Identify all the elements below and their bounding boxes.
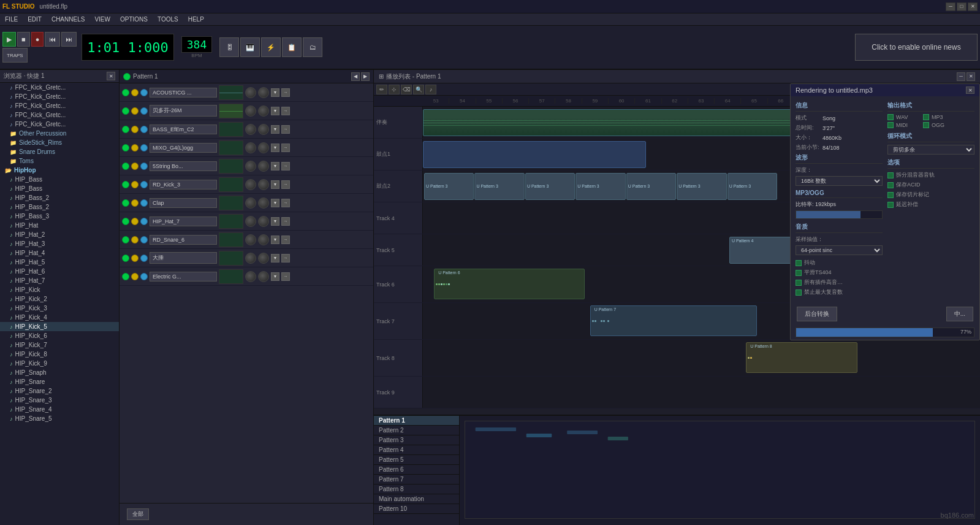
playlist-btn[interactable]: 📋 bbox=[282, 37, 302, 57]
close-button[interactable]: ✕ bbox=[968, 2, 978, 11]
p-gudian2-5[interactable]: U Pattern 3 bbox=[626, 173, 676, 200]
sidebar-item-hip-bass2[interactable]: ♪ HIP_Bass bbox=[0, 184, 119, 193]
ch-send-btn-1[interactable]: → bbox=[281, 88, 290, 97]
pattern-name-10[interactable]: Pattern 10 bbox=[374, 504, 459, 514]
ch-enable-5[interactable] bbox=[122, 163, 129, 170]
pl-pencil-tool[interactable]: ✏ bbox=[376, 85, 387, 94]
pattern-name-main[interactable]: Main automation bbox=[374, 494, 459, 504]
sidebar-item-sidestick[interactable]: 📁 SideStick_Rims bbox=[0, 138, 119, 147]
ch-all-button[interactable]: 全部 bbox=[127, 508, 149, 520]
ch-mute-5[interactable] bbox=[131, 163, 139, 170]
menu-view[interactable]: VIEW bbox=[92, 16, 113, 23]
ch-solo-8[interactable] bbox=[140, 218, 148, 225]
menu-tools[interactable]: TOOLS bbox=[155, 16, 181, 23]
ch-name-10[interactable]: 大捶 bbox=[150, 252, 217, 264]
render-close-btn[interactable]: ✕ bbox=[966, 86, 974, 94]
sidebar-item-hip-kick5[interactable]: ♪ HIP_Kick_5 bbox=[0, 322, 119, 331]
ch-vol-6[interactable] bbox=[245, 179, 256, 190]
ch-enable-7[interactable] bbox=[122, 199, 129, 207]
minimize-button[interactable]: ─ bbox=[946, 2, 955, 11]
ch-name-1[interactable]: ACOUSTICG ... bbox=[150, 88, 217, 98]
p-gudian2-4[interactable]: U Pattern 3 bbox=[575, 173, 625, 200]
ch-pan-7[interactable] bbox=[258, 197, 269, 209]
ch-enable-2[interactable] bbox=[122, 107, 129, 115]
ch-pattern-btn-9[interactable]: ▼ bbox=[271, 236, 279, 244]
ch-mute-3[interactable] bbox=[131, 126, 139, 133]
ch-pattern-btn-11[interactable]: ▼ bbox=[271, 272, 279, 281]
ch-solo-3[interactable] bbox=[140, 126, 148, 133]
ch-send-btn-8[interactable]: → bbox=[281, 217, 290, 226]
ch-header-btn[interactable] bbox=[123, 73, 131, 80]
ch-solo-4[interactable] bbox=[140, 144, 148, 151]
sidebar-item-fpc3[interactable]: ♪ FPC_Kick_Gretc... bbox=[0, 101, 119, 110]
sidebar-item-hip-hat7[interactable]: ♪ HIP_Hat_7 bbox=[0, 276, 119, 285]
ch-solo-5[interactable] bbox=[140, 163, 148, 170]
ch-vol-9[interactable] bbox=[245, 234, 256, 245]
render-cb-1[interactable] bbox=[796, 260, 802, 266]
render-cb-wav[interactable] bbox=[887, 114, 894, 120]
ch-enable-10[interactable] bbox=[122, 255, 129, 262]
render-cb-4[interactable] bbox=[796, 289, 802, 296]
ch-send-btn-6[interactable]: → bbox=[281, 180, 290, 189]
ch-enable-3[interactable] bbox=[122, 126, 129, 133]
ch-vol-11[interactable] bbox=[245, 271, 256, 282]
ch-mute-8[interactable] bbox=[131, 218, 139, 225]
ch-enable-9[interactable] bbox=[122, 236, 129, 243]
sidebar-item-hip-snaph[interactable]: ♪ HIP_Snaph bbox=[0, 368, 119, 377]
sidebar-item-snare[interactable]: 📁 Snare Drums bbox=[0, 147, 119, 156]
ch-name-7[interactable]: Clap bbox=[150, 198, 217, 208]
online-news-button[interactable]: Click to enable online news bbox=[855, 34, 978, 61]
ch-send-btn-2[interactable]: → bbox=[281, 107, 290, 115]
sidebar-item-other-percussion[interactable]: 📁 Other Percussion bbox=[0, 129, 119, 138]
pattern-gudian1[interactable] bbox=[423, 141, 646, 168]
ch-send-btn-5[interactable]: → bbox=[281, 162, 290, 171]
ch-mute-6[interactable] bbox=[131, 181, 139, 188]
ch-pan-8[interactable] bbox=[258, 216, 269, 227]
sidebar-item-hip-bass1[interactable]: ♪ HIP_Bass bbox=[0, 175, 119, 184]
ch-vol-10[interactable] bbox=[245, 253, 256, 264]
ch-solo-10[interactable] bbox=[140, 255, 148, 262]
mixer-button[interactable]: 🎛 bbox=[219, 37, 239, 57]
sidebar-close[interactable]: ✕ bbox=[107, 72, 115, 80]
sidebar-item-fpc4[interactable]: ♪ FPC_Kick_Gretc... bbox=[0, 110, 119, 120]
ch-send-btn-11[interactable]: → bbox=[281, 272, 290, 281]
ch-pan-9[interactable] bbox=[258, 234, 269, 245]
ch-pan-5[interactable] bbox=[258, 161, 269, 172]
track-content-8[interactable]: U Pattern 8 bbox=[423, 340, 980, 376]
sidebar-item-hip-hat2[interactable]: ♪ HIP_Hat_2 bbox=[0, 230, 119, 239]
sidebar-item-hip-snare3[interactable]: ♪ HIP_Snare_3 bbox=[0, 396, 119, 405]
menu-help[interactable]: HELP bbox=[186, 16, 207, 23]
ch-enable-11[interactable] bbox=[122, 273, 129, 280]
pattern-name-7[interactable]: Pattern 7 bbox=[374, 475, 459, 485]
ch-pan-10[interactable] bbox=[258, 253, 269, 264]
render-cb-7[interactable] bbox=[887, 192, 894, 198]
menu-options[interactable]: OPTIONS bbox=[118, 16, 150, 23]
record-button[interactable]: ● bbox=[31, 32, 44, 47]
pattern-name-4[interactable]: Pattern 4 bbox=[374, 445, 459, 455]
ch-pan-1[interactable] bbox=[258, 87, 269, 98]
pattern7-block[interactable]: U Pattern 7 bbox=[590, 305, 758, 336]
ch-send-btn-9[interactable]: → bbox=[281, 236, 290, 244]
p-gudian2-6[interactable]: U Pattern 3 bbox=[677, 173, 726, 200]
ch-solo-6[interactable] bbox=[140, 181, 148, 188]
next-button[interactable]: ⏭ bbox=[61, 32, 77, 47]
ch-enable-1[interactable] bbox=[122, 89, 129, 96]
sidebar-item-hip-kick9[interactable]: ♪ HIP_Kick_9 bbox=[0, 359, 119, 368]
render-cb-8[interactable] bbox=[887, 202, 894, 208]
pl-note-tool[interactable]: ♪ bbox=[425, 85, 436, 94]
ch-vol-8[interactable] bbox=[245, 216, 256, 227]
ch-name-6[interactable]: RD_Kick_3 bbox=[150, 180, 217, 190]
ch-rack-next[interactable]: ▶ bbox=[361, 72, 370, 81]
sidebar-item-hip-snare4[interactable]: ♪ HIP_Snare_4 bbox=[0, 405, 119, 414]
ch-rack-prev[interactable]: ◀ bbox=[351, 72, 360, 81]
sidebar-item-fpc2[interactable]: ♪ FPC_Kick_Gretc... bbox=[0, 92, 119, 101]
track-content-9[interactable] bbox=[423, 377, 980, 408]
sidebar-item-hiphop[interactable]: 📂 HipHop bbox=[0, 166, 119, 175]
render-sample-select[interactable]: 64-point sinc 32-point sinc bbox=[796, 245, 883, 255]
maximize-button[interactable]: □ bbox=[957, 2, 967, 11]
ch-mute-10[interactable] bbox=[131, 255, 139, 262]
ch-name-5[interactable]: 5String Bo... bbox=[150, 161, 217, 171]
render-cb-5[interactable] bbox=[887, 172, 894, 178]
ch-vol-5[interactable] bbox=[245, 161, 256, 172]
p-gudian2-3[interactable]: U Pattern 3 bbox=[525, 173, 575, 200]
